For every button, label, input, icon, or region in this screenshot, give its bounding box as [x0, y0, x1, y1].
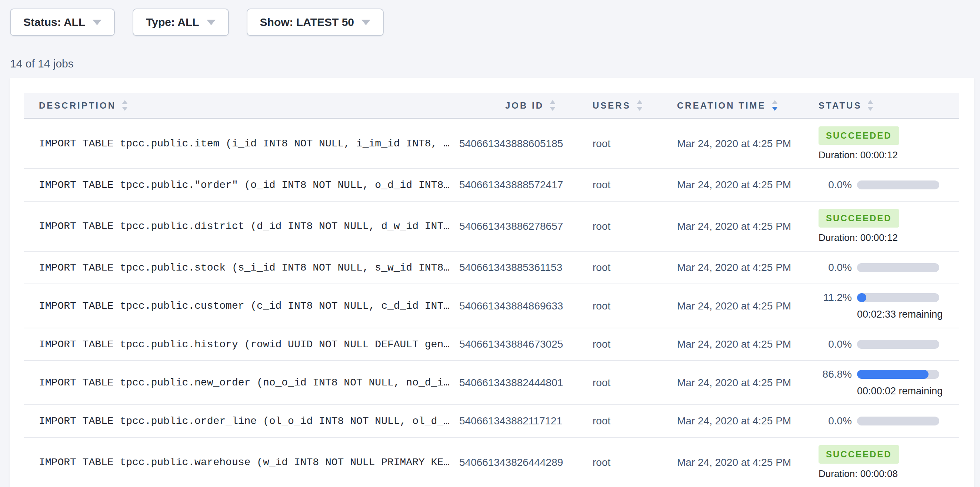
job-id: 540661343884673025 — [459, 339, 555, 350]
column-header-status[interactable]: STATUS — [815, 100, 959, 111]
job-status-cell: SUCCEEDED Duration: 00:00:12 — [815, 126, 959, 161]
status-badge-succeeded: SUCCEEDED — [819, 209, 899, 228]
show-filter-label: Show: LATEST 50 — [260, 16, 354, 29]
table-row: IMPORT TABLE tpcc.public.item (i_id INT8… — [24, 119, 959, 169]
progress-percent: 11.2% — [819, 292, 852, 303]
sort-asc-icon — [637, 100, 643, 104]
job-description-link[interactable]: IMPORT TABLE tpcc.public.order_line (ol_… — [24, 415, 459, 427]
progress-percent: 0.0% — [819, 415, 852, 427]
table-row: IMPORT TABLE tpcc.public.stock (s_i_id I… — [24, 252, 959, 284]
status-duration: Duration: 00:00:12 — [819, 232, 959, 244]
job-status-cell: 0.0% — [815, 179, 959, 191]
type-filter-dropdown[interactable]: Type: ALL — [133, 8, 229, 36]
progress-bar — [857, 263, 939, 272]
show-filter-dropdown[interactable]: Show: LATEST 50 — [247, 8, 384, 36]
status-filter-dropdown[interactable]: Status: ALL — [10, 8, 115, 36]
chevron-down-icon — [207, 20, 216, 25]
job-description-link[interactable]: IMPORT TABLE tpcc.public.district (d_id … — [24, 220, 459, 232]
job-id: 540661343888572417 — [459, 179, 555, 191]
table-row: IMPORT TABLE tpcc.public.new_order (no_o… — [24, 361, 959, 405]
progress-percent: 0.0% — [819, 262, 852, 273]
job-id: 540661343826444289 — [459, 457, 555, 468]
sort-asc-icon — [550, 100, 555, 104]
job-creation-time: Mar 24, 2020 at 4:25 PM — [677, 457, 815, 468]
job-id: 540661343884869633 — [459, 300, 555, 312]
job-user: root — [555, 300, 677, 312]
job-creation-time: Mar 24, 2020 at 4:25 PM — [677, 415, 815, 427]
column-header-description[interactable]: DESCRIPTION — [24, 100, 459, 111]
status-badge-succeeded: SUCCEEDED — [819, 445, 899, 464]
sort-arrows-icon — [867, 100, 873, 111]
progress-percent: 0.0% — [819, 179, 852, 191]
job-user: root — [555, 415, 677, 427]
sort-desc-icon — [867, 107, 873, 111]
job-id: 540661343885361153 — [459, 262, 555, 273]
jobs-table-card: DESCRIPTION JOB ID USERS CREATION TIME — [10, 78, 974, 487]
table-row: IMPORT TABLE tpcc.public.history (rowid … — [24, 328, 959, 361]
job-creation-time: Mar 24, 2020 at 4:25 PM — [677, 300, 815, 312]
table-row: IMPORT TABLE tpcc.public."order" (o_id I… — [24, 169, 959, 202]
job-user: root — [555, 262, 677, 273]
job-user: root — [555, 179, 677, 191]
status-filter-label: Status: ALL — [23, 16, 85, 29]
column-header-job-id[interactable]: JOB ID — [459, 100, 555, 111]
progress-bar — [857, 180, 939, 189]
column-header-users[interactable]: USERS — [555, 100, 677, 111]
job-description-link[interactable]: IMPORT TABLE tpcc.public.item (i_id INT8… — [24, 138, 459, 149]
status-time-remaining: 00:00:02 remaining — [857, 385, 959, 397]
sort-desc-icon — [550, 107, 555, 111]
sort-desc-active-icon — [772, 107, 778, 111]
table-row: IMPORT TABLE tpcc.public.warehouse (w_id… — [24, 438, 959, 487]
job-status-cell: 0.0% — [815, 415, 959, 427]
job-status-cell: SUCCEEDED Duration: 00:00:08 — [815, 445, 959, 480]
progress-bar — [857, 293, 939, 302]
status-time-remaining: 00:02:33 remaining — [857, 309, 959, 320]
job-status-cell: SUCCEEDED Duration: 00:00:12 — [815, 209, 959, 244]
sort-asc-icon — [772, 100, 778, 104]
column-header-creation-time[interactable]: CREATION TIME — [677, 100, 815, 111]
job-creation-time: Mar 24, 2020 at 4:25 PM — [677, 138, 815, 150]
job-description-link[interactable]: IMPORT TABLE tpcc.public.history (rowid … — [24, 339, 459, 350]
job-user: root — [555, 377, 677, 389]
table-row: IMPORT TABLE tpcc.public.customer (c_id … — [24, 284, 959, 328]
sort-asc-icon — [867, 100, 873, 104]
sort-arrows-icon — [637, 100, 643, 111]
job-user: root — [555, 220, 677, 232]
table-row: IMPORT TABLE tpcc.public.district (d_id … — [24, 202, 959, 252]
job-creation-time: Mar 24, 2020 at 4:25 PM — [677, 220, 815, 232]
status-duration: Duration: 00:00:08 — [819, 468, 959, 480]
sort-asc-icon — [122, 100, 128, 104]
job-user: root — [555, 339, 677, 350]
progress-bar — [857, 340, 939, 349]
status-badge-succeeded: SUCCEEDED — [819, 126, 899, 145]
type-filter-label: Type: ALL — [146, 16, 199, 29]
progress-percent: 0.0% — [819, 339, 852, 350]
job-description-link[interactable]: IMPORT TABLE tpcc.public."order" (o_id I… — [24, 179, 459, 191]
jobs-count-summary: 14 of 14 jobs — [10, 57, 980, 70]
job-description-link[interactable]: IMPORT TABLE tpcc.public.warehouse (w_id… — [24, 457, 459, 468]
status-duration: Duration: 00:00:12 — [819, 149, 959, 161]
chevron-down-icon — [92, 20, 102, 25]
sort-arrows-icon — [550, 100, 555, 111]
sort-arrows-icon — [122, 100, 128, 111]
table-header-row: DESCRIPTION JOB ID USERS CREATION TIME — [24, 93, 959, 119]
chevron-down-icon — [361, 20, 371, 25]
job-description-link[interactable]: IMPORT TABLE tpcc.public.customer (c_id … — [24, 300, 459, 312]
job-id: 540661343882117121 — [459, 415, 555, 427]
job-description-link[interactable]: IMPORT TABLE tpcc.public.stock (s_i_id I… — [24, 262, 459, 273]
progress-bar — [857, 417, 939, 425]
sort-arrows-icon — [772, 100, 778, 111]
job-creation-time: Mar 24, 2020 at 4:25 PM — [677, 377, 815, 389]
progress-bar — [857, 370, 939, 379]
progress-percent: 86.8% — [819, 369, 852, 380]
job-creation-time: Mar 24, 2020 at 4:25 PM — [677, 339, 815, 350]
job-user: root — [555, 457, 677, 468]
job-status-cell: 86.8% 00:00:02 remaining — [815, 369, 959, 397]
job-creation-time: Mar 24, 2020 at 4:25 PM — [677, 179, 815, 191]
job-id: 540661343886278657 — [459, 220, 555, 232]
table-row: IMPORT TABLE tpcc.public.order_line (ol_… — [24, 405, 959, 438]
job-status-cell: 11.2% 00:02:33 remaining — [815, 292, 959, 320]
job-id: 540661343888605185 — [459, 138, 555, 150]
job-creation-time: Mar 24, 2020 at 4:25 PM — [677, 262, 815, 273]
job-description-link[interactable]: IMPORT TABLE tpcc.public.new_order (no_o… — [24, 377, 459, 388]
